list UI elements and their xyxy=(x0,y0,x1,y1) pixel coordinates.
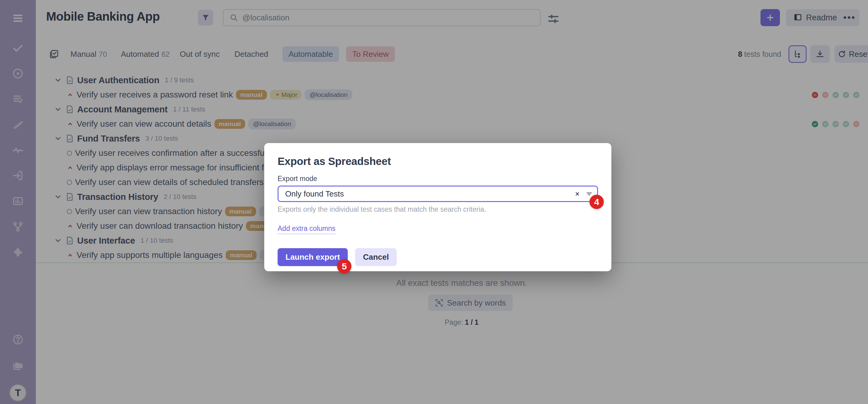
export-modal: Export as Spreadsheet Export mode Only f… xyxy=(264,143,611,271)
select-caret-icon[interactable] xyxy=(586,192,592,196)
annotation-step-5: 5 xyxy=(337,259,351,273)
app-screen: T Mobile Banking App Readme ••• Manual70 xyxy=(0,0,868,404)
add-extra-columns-link[interactable]: Add extra columns xyxy=(278,224,335,234)
clear-selection-icon[interactable]: × xyxy=(575,190,580,198)
launch-export-button[interactable]: Launch export 5 xyxy=(278,248,348,266)
cancel-button[interactable]: Cancel xyxy=(355,248,397,266)
export-mode-select[interactable]: Only found Tests × 4 xyxy=(278,186,598,202)
export-mode-label: Export mode xyxy=(278,175,598,183)
annotation-step-4: 4 xyxy=(589,195,604,209)
modal-actions: Launch export 5 Cancel xyxy=(278,248,598,266)
modal-title: Export as Spreadsheet xyxy=(278,155,598,167)
export-mode-helper: Exports only the individual test cases t… xyxy=(278,205,598,214)
launch-export-label: Launch export xyxy=(285,252,340,261)
export-mode-value: Only found Tests xyxy=(285,189,344,199)
